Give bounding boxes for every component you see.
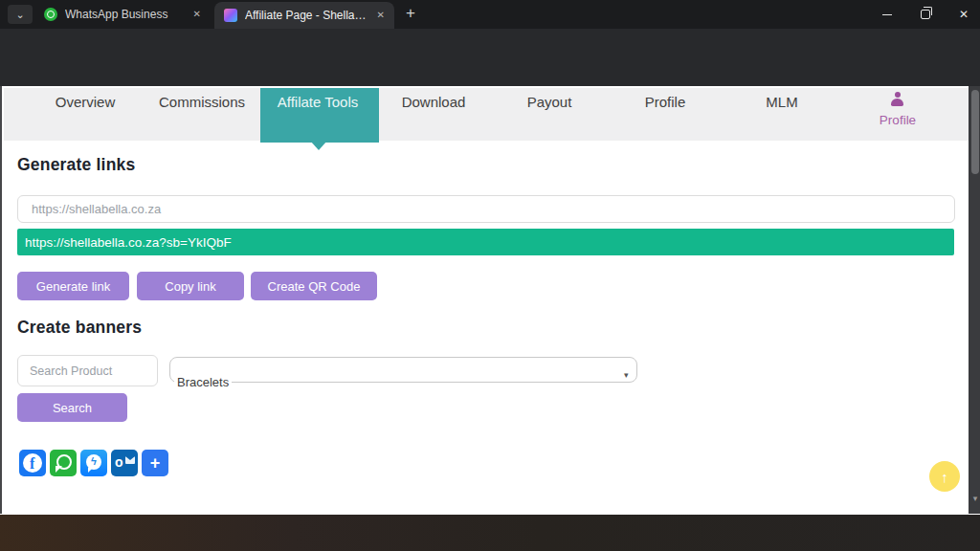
tab-download[interactable]: Download — [402, 94, 466, 110]
generate-link-button[interactable]: Generate link — [17, 272, 129, 300]
bubble-tail — [88, 468, 93, 473]
tab-commissions[interactable]: Commissions — [159, 94, 245, 110]
site-favicon — [224, 9, 237, 22]
create-banners-heading: Create banners — [17, 318, 142, 338]
share-whatsapp-button[interactable] — [50, 450, 77, 476]
scrollbar-down-arrow[interactable]: ▾ — [970, 494, 980, 503]
share-outlook-button[interactable]: o — [111, 450, 138, 476]
tab-profile[interactable]: Profile — [645, 94, 686, 110]
tab-title: Affiliate Page - Shella Bella — [245, 9, 369, 22]
outlook-icon: o — [115, 454, 123, 470]
chevron-down-icon: ⌄ — [15, 9, 24, 21]
search-button[interactable]: Search — [17, 393, 127, 422]
arrow-up-icon: ↑ — [941, 469, 948, 485]
restore-icon — [921, 10, 930, 19]
restore-button[interactable] — [907, 0, 944, 29]
page-content: Overview Commissions Affilate Tools Down… — [0, 86, 980, 514]
favorites-bar: WhatsApp fEF Group fEF Like EF 9090 day … — [0, 59, 980, 87]
tab-list-button[interactable]: ⌄ — [8, 5, 33, 24]
scrollbar-thumb[interactable] — [971, 90, 979, 174]
close-window-button[interactable]: ✕ — [946, 0, 980, 29]
bolt-glyph: ϟ — [86, 455, 101, 467]
category-select[interactable] — [169, 357, 637, 383]
whatsapp-icon — [44, 8, 57, 21]
new-tab-button[interactable]: + — [406, 4, 415, 23]
generated-link-bar[interactable]: https://shellabella.co.za?sb=YkIQbF — [17, 229, 954, 255]
screen: ⌄ WhatsApp Business ✕ Affiliate Page - S… — [0, 0, 980, 551]
tab-overview[interactable]: Overview — [56, 94, 116, 110]
share-messenger-button[interactable]: ϟ — [80, 450, 107, 476]
profile-corner-label[interactable]: Profile — [880, 113, 916, 127]
create-qr-code-button[interactable]: Create QR Code — [251, 272, 377, 300]
bubble-tail — [56, 466, 62, 473]
category-selected-value[interactable]: Bracelets — [174, 375, 232, 389]
browser-toolbar: ← ⟳ ⌂ https://shellabella.co.za/affiliat… — [0, 29, 980, 59]
close-tab-icon[interactable]: ✕ — [377, 11, 385, 20]
browser-tab-strip: ⌄ WhatsApp Business ✕ Affiliate Page - S… — [0, 0, 980, 29]
facebook-icon: f — [23, 453, 42, 473]
envelope-icon — [125, 456, 135, 464]
close-tab-icon[interactable]: ✕ — [193, 10, 201, 19]
search-product-input[interactable] — [17, 355, 158, 386]
tab-title: WhatsApp Business — [65, 8, 186, 21]
page-scrollbar[interactable]: ▾ — [969, 86, 980, 514]
tab-affiliate-tools[interactable]: Affilate Tools — [278, 94, 359, 110]
minimize-icon — [882, 14, 892, 15]
tab-payout[interactable]: Payout — [527, 94, 572, 110]
link-input[interactable] — [17, 195, 955, 223]
tab-mlm[interactable]: MLM — [766, 94, 797, 110]
share-more-button[interactable]: + — [142, 450, 168, 476]
caret-down-icon[interactable]: ▾ — [624, 370, 629, 380]
minimize-button[interactable] — [869, 0, 905, 29]
share-facebook-button[interactable]: f — [19, 450, 46, 476]
tab-affiliate-page[interactable]: Affiliate Page - Shella Bella ✕ — [214, 2, 394, 29]
scroll-to-top-button[interactable]: ↑ — [929, 461, 960, 492]
generate-links-heading: Generate links — [17, 155, 135, 175]
tab-whatsapp-business[interactable]: WhatsApp Business ✕ — [36, 0, 211, 29]
taskbar: ▾ JPY/ZAR -0,35% Search o X W ∧ ENG US ✕ — [0, 515, 980, 551]
profile-person-icon[interactable] — [890, 92, 904, 106]
page-tab-strip: Overview Commissions Affilate Tools Down… — [4, 88, 969, 141]
facebook-f: f — [30, 455, 34, 473]
close-icon: ✕ — [959, 8, 969, 21]
copy-link-button[interactable]: Copy link — [137, 272, 244, 300]
active-tab-notch — [310, 141, 327, 150]
